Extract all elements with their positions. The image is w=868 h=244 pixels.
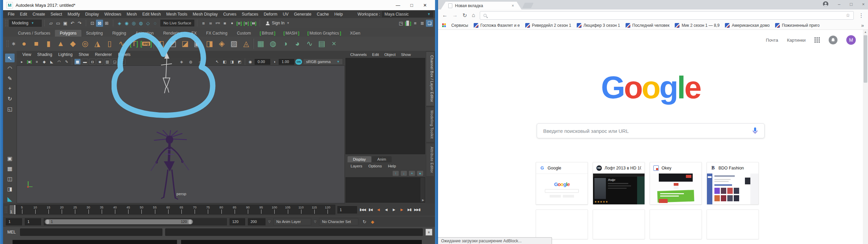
anim-layer-dropdown[interactable]: No Anim Layer (273, 218, 311, 225)
playback-button[interactable]: ▶▮ (406, 206, 413, 214)
shelf-tool-icon[interactable] (253, 39, 254, 49)
scroll-up-icon[interactable]: ▲ (863, 30, 868, 34)
tool-icon[interactable]: ↖ (5, 54, 15, 62)
viewport-icon[interactable]: ◣ (48, 59, 55, 65)
shelf-tool-icon[interactable]: [svg] (141, 38, 152, 49)
search-box[interactable] (537, 123, 765, 138)
layer-button-icon[interactable]: ● (417, 171, 423, 176)
grip-handle[interactable] (6, 40, 9, 47)
selection-mask-icon[interactable]: ⊞ (103, 20, 110, 27)
panel-menu-item[interactable]: Shading (34, 52, 55, 57)
range-start-handle[interactable] (46, 220, 49, 224)
current-frame-field[interactable]: 1 (337, 206, 357, 214)
viewport-view-icon[interactable]: ◧ (221, 59, 228, 65)
animation-start-field[interactable]: 1 (6, 218, 22, 225)
sign-in-button[interactable]: Sign In ▼ (263, 19, 292, 27)
menu-item[interactable]: Windows (102, 12, 124, 17)
menu-item[interactable]: Create (30, 12, 48, 17)
layer-editor-menu-item[interactable]: Help (385, 164, 399, 168)
shelf-options-icon[interactable]: ✱ (10, 40, 17, 47)
grip-handle[interactable] (5, 206, 7, 213)
shelf-tool-icon[interactable]: ● (19, 38, 29, 49)
sidebar-vertical-tab[interactable]: Channel Box / Layer Editor (426, 52, 434, 106)
scroll-arrow-icon[interactable]: ▶ (422, 199, 424, 202)
playback-button[interactable]: ▮◀ (367, 206, 374, 214)
selection-mask-icon[interactable]: ⊡ (89, 20, 96, 27)
viewport-gate-icon[interactable]: ◘ (89, 59, 96, 65)
shortcut-tile[interactable]: B BDO Fashion (707, 162, 759, 205)
tool-icon[interactable]: ✎ (5, 74, 15, 83)
sidebar-toggle-icon[interactable]: ≣ (419, 20, 426, 27)
layer-button-icon[interactable]: ↑ (393, 171, 399, 176)
shelf-tool-icon[interactable]: × (329, 38, 339, 49)
current-frame-indicator[interactable]: 1 (9, 205, 15, 214)
snap-icon[interactable]: ◇ (144, 20, 152, 27)
forward-button[interactable]: → (452, 12, 458, 18)
shelf-tab[interactable]: Polygons (55, 30, 81, 37)
time-slider-track[interactable]: 1 51015202530354045505560657075808590951… (9, 205, 335, 215)
menu-item[interactable]: Deform (261, 12, 280, 17)
shelf-tool-icon[interactable]: ◩ (167, 38, 178, 49)
menu-item[interactable]: Curves (220, 12, 239, 17)
viewport-display-icon[interactable]: ◈ (178, 59, 185, 65)
shelf-tab[interactable]: Rendering (158, 30, 186, 37)
playback-end-field[interactable]: 120 (230, 218, 245, 225)
layout-shortcut-icon[interactable]: ▦ (5, 164, 15, 173)
scrollbar[interactable]: ▶ (420, 178, 425, 202)
render-icon[interactable]: [▨] (243, 20, 250, 27)
shelf-tab[interactable]: FX Caching (201, 30, 232, 37)
layer-list[interactable]: ▶ (346, 177, 425, 203)
render-icon[interactable]: ▥ (200, 20, 207, 27)
viewport-gate-icon[interactable]: ▬ (82, 59, 88, 65)
browser-tab[interactable]: Новая вкладка × (441, 2, 521, 9)
notifications-icon[interactable] (829, 36, 837, 44)
range-slider[interactable]: 1 120 (44, 218, 227, 225)
menu-item[interactable]: File (5, 12, 17, 17)
snap-icon[interactable]: ◈ (116, 20, 123, 27)
menu-item[interactable]: Generate (291, 12, 314, 17)
gmail-link[interactable]: Почта (766, 38, 778, 43)
menu-item[interactable]: Mesh Display (190, 12, 220, 17)
character-set-dropdown[interactable]: No Character Set (319, 218, 358, 225)
apps-grid-icon[interactable] (442, 23, 446, 27)
range-end-handle[interactable] (189, 220, 192, 224)
contrast-field[interactable]: 1.00 (279, 59, 294, 65)
sidebar-toggle-icon[interactable]: ◳ (397, 20, 405, 27)
gamma-dropdown[interactable]: sRGB gamma▼ (303, 59, 343, 65)
status-icon[interactable]: ▭ (55, 20, 62, 27)
snap-icon[interactable]: ◍ (137, 20, 144, 27)
shelf-tool-icon[interactable]: ∿ (116, 38, 127, 49)
shelf-tool-icon[interactable]: ▣ (192, 38, 203, 49)
shelf-tool-icon[interactable]: ◈ (216, 38, 227, 49)
shelf-tab[interactable]: XGen (345, 30, 365, 37)
shelf-tool-icon[interactable]: ∿ (304, 38, 315, 49)
bookmark-item[interactable]: Ривердейл 2 сезон 1 (525, 23, 571, 28)
layout-shortcut-icon[interactable]: ◣ (5, 195, 15, 203)
shelf-tab[interactable]: FX (187, 30, 201, 37)
tool-icon[interactable]: ↻ (5, 94, 15, 103)
shelf-tool-icon[interactable]: ◕ (292, 38, 303, 49)
viewport-gate-icon[interactable]: T (119, 59, 125, 65)
shelf-tool-icon[interactable]: [T] (129, 38, 139, 49)
layer-editor-tab[interactable]: Display (348, 156, 371, 162)
shelf-tool-icon[interactable]: ▯ (104, 38, 115, 49)
layer-editor-menu-item[interactable]: Layers (348, 164, 366, 168)
shelf-tool-icon[interactable]: ◆ (67, 38, 78, 49)
shortcut-tile-empty[interactable] (593, 209, 645, 239)
playback-button[interactable]: ◀ (375, 206, 382, 214)
layout-shortcut-icon[interactable]: ◫ (5, 174, 15, 183)
bookmark-item[interactable]: Люцифер 3 сезон 1 (577, 23, 620, 28)
layout-shortcut-icon[interactable]: ▣ (5, 154, 15, 163)
menu-item[interactable]: Help (332, 12, 346, 17)
shortcut-tile-empty[interactable] (536, 209, 588, 239)
channel-box-menu-item[interactable]: Object (381, 53, 398, 57)
command-input[interactable] (20, 228, 162, 236)
tool-icon[interactable]: + (5, 84, 15, 93)
render-icon[interactable]: IPR (214, 20, 221, 27)
viewport-gate-icon[interactable]: ◙ (97, 59, 103, 65)
panel-menu-item[interactable]: View (19, 52, 34, 57)
render-icon[interactable]: [▧] (236, 20, 243, 27)
viewport-view-icon[interactable]: ◨ (229, 59, 235, 65)
images-link[interactable]: Картинки (787, 38, 806, 43)
shelf-tool-icon[interactable]: ◑ (280, 38, 291, 49)
